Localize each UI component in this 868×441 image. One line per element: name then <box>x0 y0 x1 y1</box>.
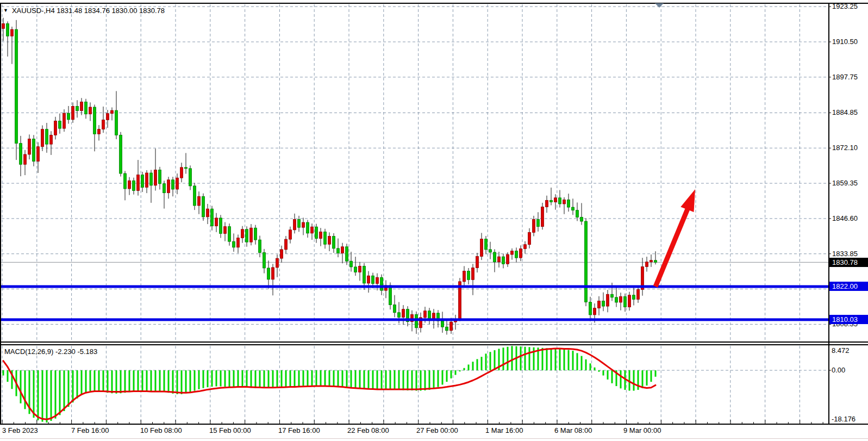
bull-candle-body <box>294 219 296 229</box>
macd-histogram-bar <box>611 370 613 383</box>
bear-candle-body <box>654 260 657 263</box>
candle <box>120 132 122 177</box>
candle <box>237 234 240 253</box>
candle <box>115 91 118 139</box>
macd-histogram-bar <box>333 370 335 387</box>
candle <box>476 253 479 272</box>
candle <box>654 251 657 264</box>
macd-histogram-bar <box>433 370 435 389</box>
macd-histogram-bar <box>568 350 570 370</box>
grid-lines <box>2 4 828 423</box>
candle <box>589 297 592 321</box>
macd-histogram-bar <box>138 370 139 392</box>
candle <box>111 108 114 121</box>
macd-histogram-bar <box>490 352 491 370</box>
bear-candle-body <box>124 173 127 189</box>
chart-shift-marker-icon[interactable] <box>655 3 664 8</box>
macd-histogram-bar <box>451 370 452 378</box>
price-axis-label: 1872.10 <box>832 144 858 152</box>
candle <box>215 213 218 232</box>
bear-candle-body <box>193 186 196 206</box>
macd-histogram-bar <box>524 347 526 370</box>
macd-histogram-bar <box>81 370 83 395</box>
bear-candle-body <box>580 217 583 221</box>
time-axis-label: 27 Feb 00:00 <box>416 426 458 434</box>
candle <box>272 264 274 295</box>
macd-histogram-bar <box>620 370 622 388</box>
price-axis-label: 1884.85 <box>832 108 858 116</box>
bull-candle-body <box>154 170 157 185</box>
bull-candle-body <box>215 218 218 226</box>
current-price-badge: 1830.78 <box>829 258 868 267</box>
macd-histogram-bar <box>377 370 378 389</box>
macd-histogram-bar <box>107 370 109 393</box>
macd-histogram-bar <box>33 370 35 418</box>
candle <box>285 236 288 254</box>
candle <box>302 218 305 235</box>
macd-histogram-bar <box>203 370 204 388</box>
macd-histogram-bar <box>438 370 439 387</box>
bull-candle-body <box>250 228 253 242</box>
macd-histogram-bar <box>224 370 226 387</box>
trading-chart-window: ▼ XAUUSD-,H4 1831.48 1834.76 1830.00 183… <box>0 0 868 441</box>
time-axis-label: 17 Feb 16:00 <box>278 426 320 434</box>
horizontal-line-object[interactable] <box>1 285 828 288</box>
bull-candle-body <box>341 247 344 253</box>
bear-candle-body <box>485 239 488 250</box>
macd-histogram-bar <box>577 353 578 370</box>
bull-candle-body <box>480 239 483 257</box>
horizontal-line-object[interactable] <box>1 318 828 321</box>
price-axis-separator <box>828 3 829 425</box>
bull-candle-body <box>285 239 288 250</box>
candle <box>380 275 383 295</box>
bear-candle-body <box>589 302 592 314</box>
bear-candle-body <box>246 229 248 242</box>
bull-candle-body <box>650 260 653 262</box>
pane-border-left <box>0 3 1 425</box>
candle <box>420 313 422 333</box>
price-axis-label: 1833.85 <box>832 250 858 258</box>
bear-candle-body <box>67 113 70 120</box>
candle <box>98 125 101 140</box>
macd-histogram-bar <box>181 370 183 394</box>
bear-candle-body <box>163 184 166 193</box>
candle <box>289 227 292 244</box>
time-axis-ticks <box>2 420 823 424</box>
bear-candle-body <box>185 167 188 169</box>
bull-candle-body <box>54 121 57 135</box>
candle <box>524 241 527 254</box>
macd-histogram-bar <box>655 370 657 377</box>
symbol-dropdown-marker-icon[interactable]: ▼ <box>3 7 8 14</box>
macd-histogram-bar <box>351 370 352 388</box>
trend-arrow-shaft[interactable] <box>655 208 688 287</box>
candle <box>67 106 70 124</box>
candle <box>33 135 35 166</box>
candle <box>154 148 157 190</box>
trend-arrow-object[interactable] <box>655 189 695 287</box>
bear-candle-body <box>428 311 431 320</box>
macd-histogram-bar <box>607 370 609 380</box>
bear-candle-body <box>415 314 418 327</box>
bear-candle-body <box>46 129 48 144</box>
trend-arrow-head[interactable] <box>680 189 695 212</box>
candle <box>507 252 509 267</box>
bull-candle-body <box>528 232 531 244</box>
macd-histogram-bar <box>238 370 239 387</box>
macd-histogram-bar <box>142 370 143 392</box>
candle <box>59 114 61 134</box>
bull-candle-body <box>28 139 31 154</box>
chart-canvas[interactable] <box>0 0 868 441</box>
bull-candle-body <box>102 120 105 129</box>
macd-histogram-bar <box>155 370 157 392</box>
macd-histogram-bar <box>559 349 561 370</box>
candle <box>294 214 296 234</box>
bear-candle-body <box>20 144 22 165</box>
bull-candle-body <box>50 135 53 144</box>
macd-indicator-label: MACD(12,26,9) -2.230 -5.183 <box>4 347 97 356</box>
candle <box>550 188 553 206</box>
time-axis-label: 15 Feb 00:00 <box>209 426 251 434</box>
macd-histogram-bar <box>338 370 339 387</box>
macd-histogram-bar <box>7 370 9 382</box>
candle <box>320 228 322 246</box>
candle <box>220 215 222 238</box>
